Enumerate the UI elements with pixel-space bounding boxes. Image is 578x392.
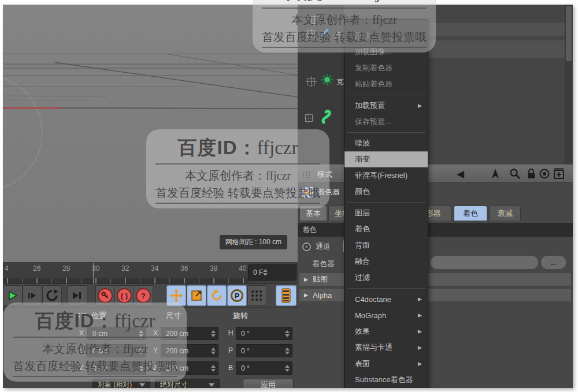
- menu-item-noise[interactable]: 噪波: [344, 135, 428, 151]
- move-tool-icon: [169, 289, 183, 303]
- timeline-playhead[interactable]: [93, 263, 94, 284]
- submenu-arrow-icon: ▶: [418, 345, 422, 350]
- goto-end-icon: [71, 290, 84, 301]
- coordinate-system-button[interactable]: P: [227, 285, 247, 306]
- dots-panel-button[interactable]: [247, 285, 267, 306]
- scrollbar[interactable]: [565, 5, 572, 165]
- watermark-center: 百度ID：ffjczr 本文原创作者：ffjczr 首发百度经验 转载要点赞投票…: [146, 129, 329, 208]
- alpha-section-bar[interactable]: ▶ Alpha: [299, 288, 572, 302]
- dropdown-arrow-icon: [209, 383, 214, 387]
- scrollbar-thumb[interactable]: [566, 6, 572, 61]
- field-spinner[interactable]: [285, 348, 290, 354]
- tick-label: 36: [180, 264, 188, 272]
- menu-item-layer[interactable]: 图层: [344, 205, 428, 221]
- menu-item-color[interactable]: 颜色: [344, 184, 428, 200]
- field-spinner[interactable]: [285, 330, 290, 337]
- menu-item-effects[interactable]: 效果▶: [344, 323, 428, 339]
- target-icon[interactable]: [539, 168, 550, 180]
- submenu-arrow-icon: ▶: [418, 312, 422, 318]
- menu-item-gradient[interactable]: 渐变: [344, 151, 428, 167]
- menu-separator: [347, 95, 425, 95]
- next-frame-icon: [27, 290, 38, 301]
- render-view-button[interactable]: [276, 285, 297, 306]
- attribute-object-row[interactable]: 着色器: [298, 182, 573, 202]
- menu-item-save-preset[interactable]: 保存预置...: [344, 114, 428, 130]
- axis-label: B: [227, 364, 234, 372]
- shader-link-field[interactable]: [431, 256, 538, 269]
- watermark-line3: 首发百度经验 转载要点赞投票哦: [155, 185, 320, 204]
- rotation-h-field[interactable]: 0 °: [236, 327, 292, 340]
- watermark-line2: 本文原创作者：ffjczr: [262, 12, 427, 28]
- menu-item-filter[interactable]: 过滤: [344, 270, 428, 286]
- tab-falloff[interactable]: 衰减: [490, 206, 521, 221]
- rotate-tool-button[interactable]: [207, 285, 227, 306]
- menu-item-label: 表面: [355, 359, 370, 369]
- tick-label: 32: [121, 264, 129, 272]
- menu-separator: [347, 132, 425, 133]
- rotation-b-field[interactable]: 0 °: [236, 361, 292, 375]
- tick-label: 38: [210, 264, 217, 272]
- watermark-line2: 本文原创作者：ffjczr: [13, 341, 177, 357]
- menu-item-copy-shader[interactable]: 复制着色器: [344, 60, 428, 76]
- menu-item-load-preset[interactable]: 加载预置▶: [344, 98, 428, 114]
- shader-link-label: 着色器: [312, 259, 335, 269]
- spline-object-icon[interactable]: [320, 107, 335, 125]
- menu-item-colorizer[interactable]: 着色: [344, 221, 428, 237]
- field-spinner[interactable]: [285, 365, 290, 372]
- tick-label: 40: [239, 264, 246, 272]
- new-panel-icon[interactable]: [553, 168, 565, 180]
- record-key-icon: [98, 288, 113, 303]
- menu-item-label: MoGraph: [355, 311, 386, 320]
- field-spinner[interactable]: [211, 330, 216, 337]
- menu-item-fusion[interactable]: 融合: [344, 253, 428, 270]
- tick-label: 34: [151, 264, 158, 272]
- preview-row[interactable]: [428, 23, 565, 36]
- field-spinner[interactable]: [211, 348, 216, 354]
- field-spinner[interactable]: [211, 365, 216, 372]
- apply-button[interactable]: 应用: [243, 379, 294, 388]
- history-back-icon[interactable]: ◀: [457, 168, 464, 180]
- ruler-tick-marks: [3, 278, 249, 283]
- field-value: 0 °: [241, 347, 285, 355]
- browse-shader-button[interactable]: ...: [541, 256, 566, 269]
- tab-shading[interactable]: 着色: [454, 206, 487, 221]
- play-icon: [7, 290, 18, 301]
- menu-separator: [347, 202, 425, 203]
- menu-item-paste-shader[interactable]: 粘贴着色器: [344, 76, 428, 92]
- shader-preview-panel: [428, 5, 573, 165]
- channel-radio[interactable]: [302, 242, 311, 251]
- cursor-up-icon[interactable]: [490, 168, 501, 180]
- menu-item-c4doctane[interactable]: C4doctane▶: [344, 291, 428, 307]
- menu-item-label: 素描与卡通: [355, 342, 392, 353]
- rotate-tool-icon: [210, 289, 224, 303]
- watermark-bottom: 百度ID：ffjczr 本文原创作者：ffjczr 首发百度经验 转载要点赞投票…: [3, 303, 187, 382]
- search-icon[interactable]: [509, 168, 521, 180]
- field-value: 0 °: [241, 364, 285, 372]
- menu-item-surface[interactable]: 表面▶: [344, 356, 428, 372]
- watermark-line3: 首发百度经验 转载要点赞投票哦: [262, 29, 427, 48]
- menu-item-mograph[interactable]: MoGraph▶: [344, 307, 428, 323]
- gear-object-icon[interactable]: [320, 73, 334, 87]
- preview-row[interactable]: [428, 40, 565, 58]
- lock-icon[interactable]: [526, 168, 536, 180]
- menu-item-label: 加载预置: [355, 100, 385, 111]
- watermark-line2: 本文原创作者：ffjczr: [155, 168, 320, 184]
- menu-separator: [347, 288, 425, 289]
- menu-item-sketch-toon[interactable]: 素描与卡通▶: [344, 339, 428, 356]
- frame-spinner[interactable]: [263, 269, 268, 276]
- tick-label: 28: [62, 264, 70, 272]
- map-section-label: 贴图: [313, 274, 328, 285]
- svg-text:P: P: [235, 292, 240, 300]
- shader-context-menu: 清除 加载图像... 复制着色器 粘贴着色器 加载预置▶ 保存预置... 噪波 …: [344, 19, 428, 388]
- current-frame-field[interactable]: 0 F: [248, 264, 297, 281]
- watermark-id: ffjczr: [364, 0, 405, 2]
- menu-item-substance-shader[interactable]: Substance着色器: [344, 372, 428, 388]
- map-section-bar[interactable]: ▶ 贴图: [299, 272, 572, 286]
- watermark-top: 百度ID：ffjczr 本文原创作者：ffjczr 首发百度经验 转载要点赞投票…: [253, 0, 436, 53]
- p-coordinate-icon: P: [230, 289, 244, 303]
- scale-tool-button[interactable]: [187, 285, 206, 306]
- menu-item-fresnel[interactable]: 菲涅耳(Fresnel): [344, 167, 428, 184]
- menu-item-backface[interactable]: 背面: [344, 237, 428, 253]
- frame-value: 0 F: [253, 268, 263, 277]
- rotation-p-field[interactable]: 0 °: [236, 344, 292, 357]
